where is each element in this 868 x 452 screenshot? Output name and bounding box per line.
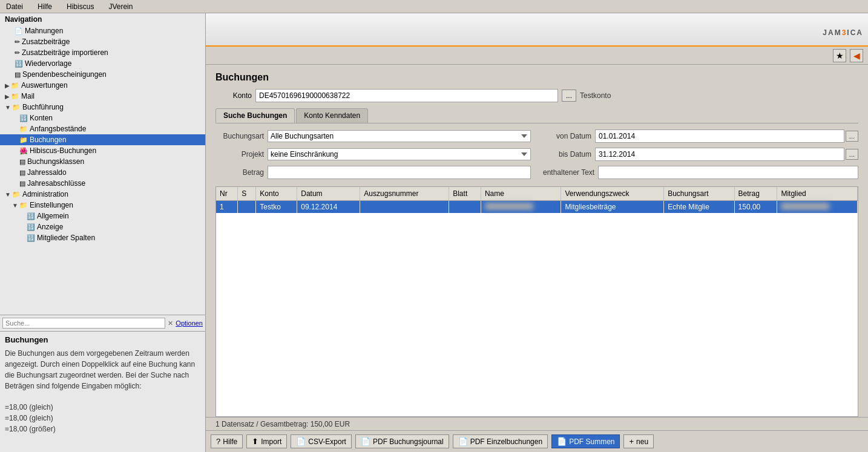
folder-icon: 📁	[19, 125, 28, 133]
sidebar-item-buchfuehrung[interactable]: ▼ 📁 Buchführung	[0, 102, 205, 113]
list-icon: ▤	[19, 158, 25, 166]
hilfe-button[interactable]: ? Hilfe	[211, 434, 243, 448]
table-row[interactable]: 1 Testko 09.12.2014 XXXXXXXX Mitgliesbei…	[216, 201, 858, 214]
page-title: Buchungen	[215, 72, 858, 83]
app-logo: JAM3ICA	[823, 20, 863, 39]
sidebar-item-label: Zusatzbeiträge	[22, 38, 70, 46]
sidebar-item-jahressaldo[interactable]: ▤ Jahressaldo	[0, 167, 205, 178]
sidebar-item-jahresabschluesse[interactable]: ▤ Jahresabschlüsse	[0, 178, 205, 189]
bis-datum-picker-button[interactable]: ...	[846, 149, 858, 160]
redacted-mitglied: XXXXXXXX	[781, 203, 829, 210]
col-datum[interactable]: Datum	[297, 187, 360, 201]
col-verwendungszweck[interactable]: Verwendungszweck	[561, 187, 664, 201]
sidebar-item-buchungsklassen[interactable]: ▤ Buchungsklassen	[0, 156, 205, 167]
expand-down-icon: ▼	[12, 202, 18, 209]
menu-hibiscus[interactable]: Hibiscus	[63, 1, 97, 12]
sidebar-item-einstellungen[interactable]: ▼ 📁 Einstellungen	[0, 200, 205, 211]
col-s[interactable]: S	[238, 187, 256, 201]
cell-verwendungszweck: Mitgliesbeiträge	[561, 201, 664, 214]
sidebar-item-spendenbescheinigungen[interactable]: ▤ Spendenbescheinigungen	[0, 69, 205, 80]
sidebar-item-hibiscus-buchungen[interactable]: 🌺 Hibiscus-Buchungen	[0, 145, 205, 156]
sidebar-item-mail[interactable]: ▶ 📁 Mail	[0, 91, 205, 102]
favorite-button[interactable]: ★	[833, 49, 846, 62]
buchungsart-select[interactable]: Alle Buchungsarten Einnahmen Ausgaben	[268, 130, 531, 142]
col-auszugsnummer[interactable]: Auszugsnummer	[360, 187, 449, 201]
sidebar-item-label: Anfangsbestände	[30, 125, 86, 133]
von-datum-input[interactable]	[595, 129, 844, 143]
help-icon: ?	[216, 437, 220, 446]
bis-datum-input[interactable]	[595, 148, 844, 161]
import-icon: ⬆	[252, 437, 258, 446]
document-icon: 📄	[15, 27, 23, 35]
import-button[interactable]: ⬆ Import	[246, 434, 287, 448]
von-datum-label: von Datum	[543, 132, 591, 140]
cell-nr: 1	[216, 201, 238, 214]
sidebar: Navigation 📄 Mahnungen ✏ Zusatzbeiträge …	[0, 13, 206, 452]
von-datum-picker-button[interactable]: ...	[846, 131, 858, 142]
col-nr[interactable]: Nr	[216, 187, 238, 201]
expand-down-icon: ▼	[5, 104, 11, 111]
pdf-einzelbuchungen-button[interactable]: 📄 PDF Einzelbuchungen	[453, 434, 548, 448]
menu-datei[interactable]: Datei	[2, 1, 27, 12]
help-example-3: =18,00 (größer)	[5, 425, 56, 433]
sidebar-item-label: Spendenbescheinigungen	[22, 70, 107, 79]
grid-icon: 🔢	[27, 223, 35, 231]
sidebar-item-auswertungen[interactable]: ▶ 📁 Auswertungen	[0, 80, 205, 91]
konto-select-button[interactable]: ...	[562, 90, 576, 102]
options-link[interactable]: Optionen	[176, 319, 203, 327]
sidebar-item-anfangsbestaende[interactable]: 📁 Anfangsbestände	[0, 123, 205, 134]
bis-datum-field-group: ...	[595, 148, 858, 161]
tab-konto-kenndaten[interactable]: Konto Kenndaten	[296, 108, 368, 123]
toolbar-row: ★ ◀	[206, 47, 868, 65]
sidebar-item-label: Anzeige	[37, 223, 63, 231]
col-betrag[interactable]: Betrag	[734, 187, 777, 201]
betrag-input[interactable]	[268, 166, 531, 179]
expand-right-icon: ▶	[5, 93, 10, 100]
cell-s	[238, 201, 256, 214]
sidebar-item-mahnungen[interactable]: 📄 Mahnungen	[0, 25, 205, 36]
konto-row: Konto ... Testkonto	[215, 89, 858, 102]
back-button[interactable]: ◀	[850, 49, 863, 62]
grid-icon: 🔢	[27, 234, 35, 242]
col-blatt[interactable]: Blatt	[449, 187, 481, 201]
projekt-label: Projekt	[215, 150, 264, 159]
sidebar-item-anzeige[interactable]: 🔢 Anzeige	[0, 221, 205, 232]
enthaltener-text-input[interactable]	[598, 166, 858, 179]
sidebar-item-mitglieder-spalten[interactable]: 🔢 Mitglieder Spalten	[0, 232, 205, 243]
csv-export-button[interactable]: 📄 CSV-Export	[291, 434, 352, 448]
search-input[interactable]	[2, 318, 165, 329]
status-text: 1 Datensatz / Gesamtbetrag: 150,00 EUR	[215, 420, 350, 428]
menu-jverein[interactable]: JVerein	[105, 1, 136, 12]
clear-search-icon[interactable]: ✕	[168, 319, 173, 327]
col-buchungsart[interactable]: Buchungsart	[664, 187, 734, 201]
betrag-row: Betrag	[215, 166, 531, 179]
hilfe-label: Hilfe	[223, 437, 237, 446]
form-panel: Buchungen Konto ... Testkonto Suche Buch…	[206, 65, 868, 186]
col-mitglied[interactable]: Mitglied	[777, 187, 858, 201]
col-konto[interactable]: Konto	[256, 187, 297, 201]
konto-input[interactable]	[255, 89, 558, 102]
projekt-select[interactable]: keine Einschränkung	[268, 148, 531, 160]
content-header: JAM3ICA	[206, 13, 868, 47]
sidebar-item-buchungen[interactable]: 📁 Buchungen	[0, 134, 205, 145]
csv-icon: 📄	[296, 437, 306, 446]
menu-hilfe[interactable]: Hilfe	[34, 1, 56, 12]
neu-button[interactable]: + neu	[623, 434, 654, 448]
col-name[interactable]: Name	[481, 187, 561, 201]
sidebar-item-label: Einstellungen	[30, 201, 73, 209]
sidebar-item-allgemein[interactable]: 🔢 Allgemein	[0, 211, 205, 221]
sidebar-item-zusatzbeitraege[interactable]: ✏ Zusatzbeiträge	[0, 36, 205, 47]
sidebar-item-konten[interactable]: 🔢 Konten	[0, 113, 205, 123]
cell-mitglied: XXXXXXXX	[777, 201, 858, 214]
sidebar-item-wiedervorlage[interactable]: 🔢 Wiedervorlage	[0, 58, 205, 69]
sidebar-nav: Navigation 📄 Mahnungen ✏ Zusatzbeiträge …	[0, 13, 205, 315]
sidebar-item-label: Buchungen	[30, 136, 67, 144]
csv-label: CSV-Export	[308, 437, 346, 446]
sidebar-item-administration[interactable]: ▼ 📁 Administration	[0, 189, 205, 200]
sidebar-item-label: Administration	[22, 190, 68, 198]
sidebar-item-zusatzbeitraege-import[interactable]: ✏ Zusatzbeiträge importieren	[0, 47, 205, 58]
tab-suche-buchungen[interactable]: Suche Buchungen	[215, 108, 295, 123]
neu-label: neu	[636, 437, 648, 446]
pdf-buchungsjournal-button[interactable]: 📄 PDF Buchungsjournal	[355, 434, 449, 448]
pdf-summen-button[interactable]: 📄 PDF Summen	[551, 434, 620, 448]
